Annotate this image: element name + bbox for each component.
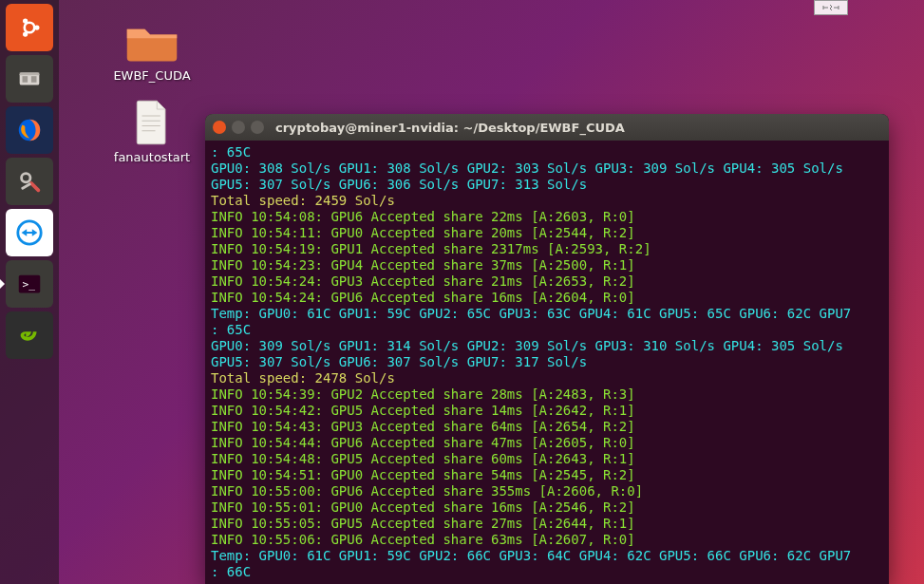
terminal-window[interactable]: cryptobay@miner1-nvidia: ~/Desktop/EWBF_… <box>205 114 889 584</box>
window-titlebar[interactable]: cryptobay@miner1-nvidia: ~/Desktop/EWBF_… <box>205 114 889 141</box>
svg-text:>_: >_ <box>23 278 36 291</box>
files-icon <box>13 63 46 95</box>
desktop-file-fanautostart[interactable]: fanautostart <box>104 99 199 164</box>
terminal-line: : 65C <box>211 144 883 160</box>
settings-icon <box>13 165 46 198</box>
terminal-line: Total speed: 2478 Sol/s <box>211 370 883 386</box>
folder-icon <box>123 17 180 65</box>
terminal-line: : 65C <box>211 322 883 338</box>
firefox-icon <box>13 114 46 146</box>
svg-rect-7 <box>23 76 28 83</box>
terminal-line: Total speed: 2459 Sol/s <box>211 193 883 209</box>
svg-point-2 <box>34 25 39 29</box>
desktop-icon-label: fanautostart <box>104 150 199 164</box>
nvidia-icon <box>13 319 46 351</box>
terminal-line: INFO 10:55:06: GPU6 Accepted share 63ms … <box>211 532 883 548</box>
terminal-line: GPU5: 307 Sol/s GPU6: 306 Sol/s GPU7: 31… <box>211 177 883 193</box>
teamviewer-icon <box>13 217 46 249</box>
window-title: cryptobay@miner1-nvidia: ~/Desktop/EWBF_… <box>275 121 625 135</box>
launcher-item-dash[interactable] <box>6 4 53 51</box>
ubuntu-icon <box>13 11 46 44</box>
launcher-item-nvidia[interactable] <box>6 311 53 359</box>
terminal-line: INFO 10:54:24: GPU3 Accepted share 21ms … <box>211 273 883 290</box>
terminal-output[interactable]: : 65CGPU0: 308 Sol/s GPU1: 308 Sol/s GPU… <box>205 141 889 584</box>
terminal-line: INFO 10:55:00: GPU6 Accepted share 355ms… <box>211 483 883 499</box>
terminal-line: INFO 10:54:51: GPU0 Accepted share 54ms … <box>211 467 883 483</box>
terminal-line: INFO 10:54:24: GPU6 Accepted share 16ms … <box>211 290 883 306</box>
terminal-line: INFO 10:55:05: GPU5 Accepted share 27ms … <box>211 516 883 532</box>
terminal-line: INFO 10:55:01: GPU0 Accepted share 16ms … <box>211 499 883 516</box>
panel-expand-icon[interactable] <box>814 0 848 15</box>
terminal-line: GPU0: 308 Sol/s GPU1: 308 Sol/s GPU2: 30… <box>211 160 883 177</box>
window-minimize-button[interactable] <box>232 121 245 134</box>
terminal-icon: >_ <box>13 268 46 300</box>
svg-rect-6 <box>20 72 40 75</box>
terminal-line: INFO 10:54:48: GPU5 Accepted share 60ms … <box>211 451 883 467</box>
launcher-item-files[interactable] <box>6 55 53 103</box>
terminal-line: GPU5: 307 Sol/s GPU6: 307 Sol/s GPU7: 31… <box>211 354 883 370</box>
desktop-folder-ewbf[interactable]: EWBF_CUDA <box>104 17 199 83</box>
svg-rect-8 <box>31 76 37 83</box>
terminal-line: INFO 10:54:11: GPU0 Accepted share 20ms … <box>211 225 883 241</box>
terminal-line: INFO 10:54:08: GPU6 Accepted share 22ms … <box>211 209 883 225</box>
svg-point-4 <box>23 31 28 36</box>
terminal-line: GPU0: 309 Sol/s GPU1: 314 Sol/s GPU2: 30… <box>211 338 883 354</box>
window-maximize-button[interactable] <box>251 121 264 134</box>
launcher-item-teamviewer[interactable] <box>6 209 53 256</box>
svg-point-10 <box>22 174 30 182</box>
terminal-line: INFO 10:54:39: GPU2 Accepted share 28ms … <box>211 386 883 403</box>
terminal-line: : 66C <box>211 564 883 580</box>
terminal-line: INFO 10:54:43: GPU3 Accepted share 64ms … <box>211 419 883 435</box>
terminal-line: Temp: GPU0: 61C GPU1: 59C GPU2: 65C GPU3… <box>211 306 883 322</box>
launcher-item-terminal[interactable]: >_ <box>6 260 53 308</box>
launcher-dock: >_ <box>0 0 59 584</box>
textfile-icon <box>123 99 180 146</box>
terminal-line: INFO 10:54:19: GPU1 Accepted share 2317m… <box>211 241 883 257</box>
desktop-icon-label: EWBF_CUDA <box>104 68 199 83</box>
terminal-line: INFO 10:54:42: GPU5 Accepted share 14ms … <box>211 403 883 419</box>
svg-point-3 <box>23 18 28 23</box>
terminal-line: Temp: GPU0: 61C GPU1: 59C GPU2: 66C GPU3… <box>211 548 883 564</box>
window-close-button[interactable] <box>213 121 226 134</box>
launcher-item-settings[interactable] <box>6 158 53 205</box>
terminal-line: INFO 10:54:23: GPU4 Accepted share 37ms … <box>211 257 883 273</box>
launcher-item-firefox[interactable] <box>6 106 53 154</box>
terminal-line: INFO 10:54:44: GPU6 Accepted share 47ms … <box>211 435 883 451</box>
